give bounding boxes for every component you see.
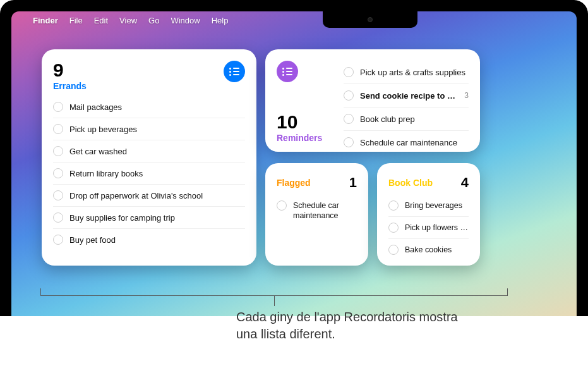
reminder-item[interactable]: Book club prep — [344, 107, 469, 130]
widget-reminders-title: Reminders — [277, 133, 333, 143]
bookclub-list: Bring beverages Pick up flowers f… Bake … — [388, 195, 469, 261]
widget-flagged-count: 1 — [349, 175, 357, 191]
menu-file[interactable]: File — [69, 16, 83, 25]
widget-reminders-count: 10 — [277, 113, 333, 132]
checkbox-icon[interactable] — [53, 212, 63, 223]
checkbox-icon[interactable] — [53, 146, 63, 156]
checkbox-icon[interactable] — [388, 223, 399, 233]
checkbox-icon[interactable] — [388, 200, 399, 211]
widget-errands-count: 9 — [53, 61, 87, 80]
reminder-item[interactable]: Pick up beverages — [53, 118, 245, 140]
checkbox-icon[interactable] — [344, 137, 354, 147]
menu-window[interactable]: Window — [171, 16, 200, 25]
widget-reminders[interactable]: 10 Reminders Pick up arts & crafts suppl… — [265, 49, 480, 152]
checkbox-icon[interactable] — [53, 102, 63, 112]
menu-view[interactable]: View — [119, 16, 137, 25]
device-frame: Finder File Edit View Go Window Help 9 E… — [0, 0, 588, 316]
checkbox-icon[interactable] — [53, 190, 63, 200]
callout-annotation: Cada giny de l'app Recordatoris mostra u… — [40, 288, 508, 343]
checkbox-icon[interactable] — [277, 200, 287, 211]
checkbox-icon[interactable] — [53, 168, 63, 178]
notch — [323, 11, 417, 28]
menu-bar: Finder File Edit View Go Window Help — [11, 11, 577, 29]
checkbox-icon[interactable] — [344, 114, 354, 124]
widget-errands[interactable]: 9 Errands Mail packages Pick up beverage… — [42, 49, 256, 266]
checkbox-icon[interactable] — [388, 245, 399, 255]
flagged-list: Schedule car maintenance — [277, 195, 357, 227]
reminder-item[interactable]: Buy pet food — [53, 228, 245, 250]
reminder-item[interactable]: Pick up flowers f… — [388, 216, 469, 238]
list-icon — [224, 61, 245, 82]
checkbox-icon[interactable] — [344, 67, 354, 77]
reminder-item[interactable]: Schedule car maintenance — [277, 195, 357, 227]
camera-icon — [368, 17, 373, 22]
reminder-item[interactable]: Send cookie recipe to Rigo3 — [344, 83, 469, 107]
reminder-item[interactable]: Bring beverages — [388, 195, 469, 216]
reminder-item[interactable]: Buy supplies for camping trip — [53, 206, 245, 228]
errands-list: Mail packages Pick up beverages Get car … — [53, 96, 245, 250]
widget-errands-header: 9 Errands — [53, 61, 245, 91]
widget-flagged-title: Flagged — [277, 178, 311, 188]
reminders-list: Pick up arts & crafts supplies Send cook… — [344, 61, 469, 143]
list-icon — [277, 61, 298, 82]
menu-app-name[interactable]: Finder — [33, 16, 58, 25]
menu-go[interactable]: Go — [148, 16, 159, 25]
widget-bookclub-count: 4 — [461, 175, 469, 191]
widgets-area: 9 Errands Mail packages Pick up beverage… — [42, 49, 546, 266]
reminder-item[interactable]: Drop off paperwork at Olivia's school — [53, 184, 245, 206]
reminder-item[interactable]: Bake cookies — [388, 238, 469, 261]
reminder-item[interactable]: Mail packages — [53, 96, 245, 118]
reminder-badge: 3 — [464, 91, 469, 100]
widget-bookclub[interactable]: Book Club 4 Bring beverages Pick up flow… — [377, 163, 480, 266]
reminder-item[interactable]: Pick up arts & crafts supplies — [344, 61, 469, 83]
checkbox-icon[interactable] — [344, 90, 354, 101]
checkbox-icon[interactable] — [53, 124, 63, 134]
reminder-item[interactable]: Schedule car maintenance — [344, 130, 469, 154]
desktop-screen: Finder File Edit View Go Window Help 9 E… — [11, 11, 577, 316]
menu-help[interactable]: Help — [212, 16, 229, 25]
widget-bookclub-title: Book Club — [388, 178, 433, 188]
menu-edit[interactable]: Edit — [94, 16, 108, 25]
callout-text: Cada giny de l'app Recordatoris mostra u… — [236, 309, 470, 343]
widget-flagged[interactable]: Flagged 1 Schedule car maintenance — [265, 163, 368, 266]
checkbox-icon[interactable] — [53, 235, 63, 245]
reminder-item[interactable]: Get car washed — [53, 140, 245, 162]
reminder-item[interactable]: Return library books — [53, 162, 245, 184]
widget-errands-title: Errands — [53, 81, 87, 91]
